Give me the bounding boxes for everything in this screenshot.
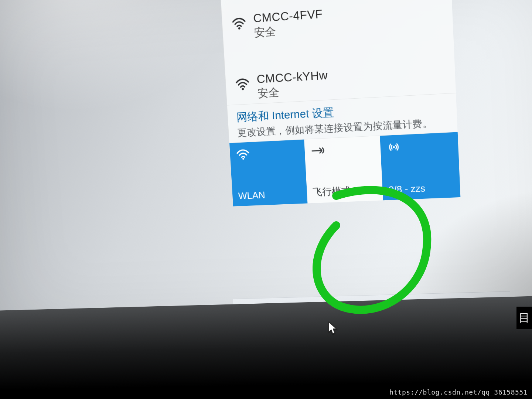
wlan-tile-label: WLAN (238, 188, 301, 202)
wifi-icon (235, 147, 250, 161)
wlan-tile[interactable]: WLAN (229, 140, 307, 207)
airplane-mode-label: 飞行模式 (312, 183, 377, 199)
laptop-screen: 3001 安全 CMCC-4FVF 安全 (0, 0, 532, 352)
svg-point-1 (238, 27, 241, 30)
wifi-signal-icon (234, 75, 251, 92)
svg-point-4 (393, 146, 395, 148)
hotspot-icon (386, 140, 402, 154)
airplane-icon (310, 144, 325, 158)
network-flyout-panel: 3001 安全 CMCC-4FVF 安全 (218, 0, 461, 207)
mobile-hotspot-tile[interactable]: 0/8 - zzs (380, 132, 461, 200)
svg-point-2 (242, 88, 244, 90)
hotspot-tile-label: 0/8 - zzs (388, 181, 454, 195)
page-side-tab[interactable]: 目 (516, 307, 532, 329)
wifi-network-item[interactable]: CMCC-4FVF 安全 (231, 0, 446, 42)
airplane-mode-tile[interactable]: 飞行模式 (304, 136, 383, 204)
wifi-network-list: 3001 安全 CMCC-4FVF 安全 (218, 0, 456, 105)
quick-action-tiles: WLAN 飞行模式 0/8 - zzs (229, 132, 460, 206)
laptop-bezel (0, 294, 532, 390)
wifi-signal-icon (231, 14, 248, 32)
wifi-network-text: CMCC-kYHw 安全 (256, 68, 329, 101)
wifi-network-text: CMCC-4FVF 安全 (253, 7, 324, 41)
svg-point-3 (242, 158, 244, 160)
watermark-text: https://blog.csdn.net/qq_36158551 (389, 388, 528, 396)
